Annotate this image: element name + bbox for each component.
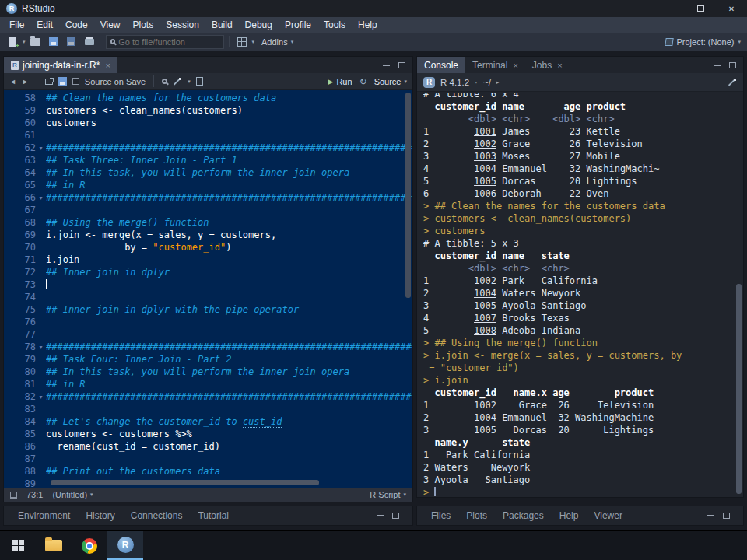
menu-debug[interactable]: Debug [239,18,279,32]
save-icon[interactable] [46,34,61,50]
tab-connections[interactable]: Connections [123,508,191,523]
code-line[interactable]: ## Clean the names for the customers dat… [46,92,412,104]
new-file-icon[interactable] [5,34,20,50]
code-line[interactable]: ## In this task, you will perform the in… [46,166,412,179]
code-line[interactable]: ########################################… [46,341,412,353]
r-version[interactable]: R 4.1.2 [440,78,469,87]
minimize-button[interactable] [654,0,685,17]
line-number[interactable]: 84 [4,415,46,428]
code-line[interactable] [46,328,412,341]
line-number[interactable]: 82▾ [4,390,46,403]
line-number[interactable]: 77 [4,328,46,341]
menu-file[interactable]: File [3,18,30,32]
goto-file-search[interactable] [106,35,224,49]
rerun-icon[interactable]: ↻ [359,76,367,87]
start-button[interactable] [0,531,36,560]
code-line[interactable]: rename(cust_id = customer_id) [46,440,412,453]
menu-view[interactable]: View [94,18,127,32]
line-number[interactable]: 74 [4,291,46,303]
line-number[interactable]: 69 [4,229,46,241]
close-tab-icon[interactable]: × [557,61,562,70]
chevron-down-icon[interactable]: ▾ [252,39,255,45]
tab-packages[interactable]: Packages [495,508,552,523]
line-number[interactable]: 67 [4,204,46,216]
tab-history[interactable]: History [78,508,122,523]
line-number[interactable]: 63 [4,154,46,166]
code-line[interactable]: customers <- clean_names(customers) [46,104,412,117]
back-icon[interactable]: ◄ [9,78,16,86]
outline-icon[interactable] [10,492,17,499]
line-number[interactable]: 58 [4,92,46,104]
line-number[interactable]: 72 [4,266,46,278]
chevron-right-icon[interactable]: ▸ [496,79,500,86]
file-type-selector[interactable]: R Script▾ [370,490,406,499]
line-number[interactable]: 75 [4,303,46,316]
scope-selector[interactable]: (Untitled)▾ [52,490,93,499]
code-line[interactable]: ## in R [46,179,412,191]
minimize-pane-button[interactable] [711,60,722,71]
chrome-button[interactable] [72,531,107,560]
maximize-pane-button[interactable] [721,510,731,521]
line-number[interactable]: 60 [4,117,46,129]
workspace-panes-icon[interactable] [234,34,250,50]
line-number[interactable]: 70 [4,241,46,254]
code-line[interactable] [46,204,412,216]
menu-help[interactable]: Help [352,18,384,32]
code-line[interactable] [46,291,412,303]
line-number[interactable]: 62▾ [4,142,46,154]
line-number[interactable]: 85 [4,428,46,440]
line-number[interactable]: 80 [4,366,46,378]
line-number[interactable]: 76 [4,316,46,328]
tab-tutorial[interactable]: Tutorial [190,508,237,523]
file-explorer-button[interactable] [36,531,72,560]
code-line[interactable] [46,403,412,415]
line-number[interactable]: 65 [4,179,46,191]
code-line[interactable]: ########################################… [46,191,412,204]
minimize-pane-button[interactable] [381,60,391,71]
maximize-button[interactable] [685,0,716,17]
code-line[interactable] [46,129,412,142]
code-line[interactable]: ## In this task, you will perform the in… [46,366,412,378]
code-line[interactable]: customers <- customers %>% [46,428,412,440]
tab-console[interactable]: Console [417,57,465,73]
rstudio-taskbar-button[interactable]: R [107,531,143,560]
maximize-pane-button[interactable] [390,510,401,521]
console-scrollbar[interactable] [735,92,742,495]
code-line[interactable]: ## Inner join in dplyr [46,266,412,278]
popout-icon[interactable] [45,79,53,85]
tab-help[interactable]: Help [552,508,587,523]
maximize-pane-button[interactable] [396,60,407,71]
find-replace-icon[interactable] [162,79,167,84]
menu-plots[interactable]: Plots [127,18,160,32]
code-line[interactable] [46,278,412,291]
console-output-area[interactable]: # A tibble: 6 x 4 customer_id name age p… [417,93,735,497]
line-number[interactable]: 61 [4,129,46,142]
addins-menu[interactable]: Addins▾ [261,37,293,47]
close-tab-icon[interactable]: × [513,61,517,70]
menu-profile[interactable]: Profile [279,18,317,32]
line-number[interactable]: 71 [4,254,46,266]
minimize-pane-button[interactable] [374,510,385,521]
line-number[interactable]: 87 [4,453,46,465]
print-icon[interactable] [82,34,97,50]
save-icon[interactable] [58,77,67,86]
code-tools-icon[interactable] [173,77,182,86]
working-directory[interactable]: ~/ [483,78,491,87]
close-button[interactable]: ✕ [716,0,747,17]
tab-plots[interactable]: Plots [458,508,495,523]
code-line[interactable]: ## Task Four: Inner Join - Part 2 [46,353,412,366]
menu-build[interactable]: Build [205,18,239,32]
project-selector[interactable]: Project: (None)▾ [665,37,743,47]
editor-horizontal-scrollbar[interactable] [51,480,319,485]
code-line[interactable] [46,316,412,328]
menu-tools[interactable]: Tools [317,18,352,32]
code-line[interactable]: i.join [46,254,412,266]
source-button[interactable]: Source▾ [374,77,407,86]
line-number[interactable]: 79 [4,353,46,366]
code-line[interactable]: ## Task Three: Inner Join - Part 1 [46,154,412,166]
line-number[interactable]: 81 [4,378,46,390]
menu-edit[interactable]: Edit [30,18,59,32]
code-line[interactable]: ## Let's change the customer_id to cust_… [46,415,412,428]
code-line[interactable]: ########################################… [46,390,412,403]
line-number[interactable]: 59 [4,104,46,117]
